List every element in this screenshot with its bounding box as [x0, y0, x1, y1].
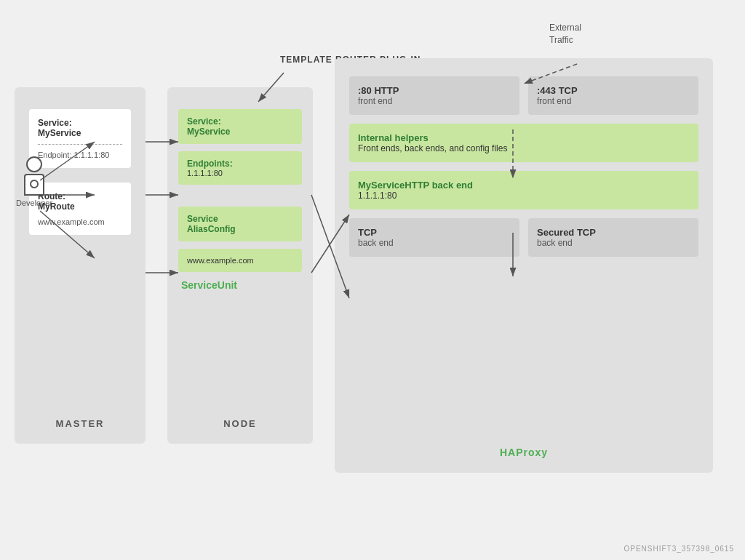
master-label: MASTER — [56, 418, 105, 429]
backend-box: MyServiceHTTP back end 1.1.1.1:80 — [349, 171, 698, 209]
node-service-green: Service: MyService — [178, 109, 302, 144]
developer-head-icon — [26, 156, 42, 172]
http-frontend-box: :80 HTTP front end — [349, 76, 519, 115]
tcp-frontend-box: :443 TCP front end — [528, 76, 698, 115]
tcp-backend-label: back end — [358, 238, 511, 248]
master-panel: Service: MyService Endpoint: 1.1.1.1:80 … — [15, 87, 146, 444]
tcp-backend-title: TCP — [358, 227, 511, 238]
diagram-container: External Traffic TEMPLATE ROUTER PLUG-IN… — [0, 0, 745, 560]
backend-row: TCP back end Secured TCP back end — [349, 218, 698, 257]
http-frontend-port: :80 HTTP — [358, 85, 511, 96]
internal-helpers-desc: Front ends, back ends, and config files — [358, 143, 690, 153]
internal-helpers-title: Internal helpers — [358, 132, 690, 143]
haproxy-label: HAProxy — [500, 447, 548, 458]
node-servicealias-green: Service AliasConfig — [178, 207, 302, 241]
node-panel: Service: MyService Endpoints: 1.1.1.1:80… — [167, 87, 313, 444]
node-endpoints-value: 1.1.1.1:80 — [187, 169, 293, 177]
developer-figure: Developer — [16, 156, 52, 207]
node-url: www.example.com — [187, 256, 293, 265]
watermark: OPENSHIFT3_357398_0615 — [624, 545, 734, 553]
backend-title: MyServiceHTTP back end — [358, 180, 690, 191]
tcp-frontend-port: :443 TCP — [537, 85, 690, 96]
node-servicealias-title: Service AliasConfig — [187, 214, 293, 234]
master-service-title: Service: MyService — [38, 118, 122, 138]
node-service-title: Service: MyService — [187, 116, 293, 137]
external-traffic-label: External Traffic — [549, 22, 581, 47]
secured-tcp-label: back end — [537, 238, 690, 248]
node-label: NODE — [223, 418, 257, 429]
secured-tcp-title: Secured TCP — [537, 227, 690, 238]
backend-value: 1.1.1.1:80 — [358, 191, 690, 201]
node-endpoints-title: Endpoints: — [187, 159, 293, 169]
tcp-frontend-label: front end — [537, 96, 690, 106]
secured-tcp-backend-box: Secured TCP back end — [528, 218, 698, 257]
node-endpoints-green: Endpoints: 1.1.1.1:80 — [178, 151, 302, 185]
tcp-backend-box: TCP back end — [349, 218, 519, 257]
internal-helpers-box: Internal helpers Front ends, back ends, … — [349, 124, 698, 162]
haproxy-panel: :80 HTTP front end :443 TCP front end In… — [335, 58, 713, 473]
service-unit-label: ServiceUnit — [178, 279, 302, 291]
developer-label: Developer — [16, 199, 52, 207]
developer-body-icon — [24, 174, 44, 196]
node-url-box: www.example.com — [178, 249, 302, 272]
master-route-url: www.example.com — [38, 217, 122, 226]
frontend-row: :80 HTTP front end :443 TCP front end — [349, 76, 698, 115]
http-frontend-label: front end — [358, 96, 511, 106]
